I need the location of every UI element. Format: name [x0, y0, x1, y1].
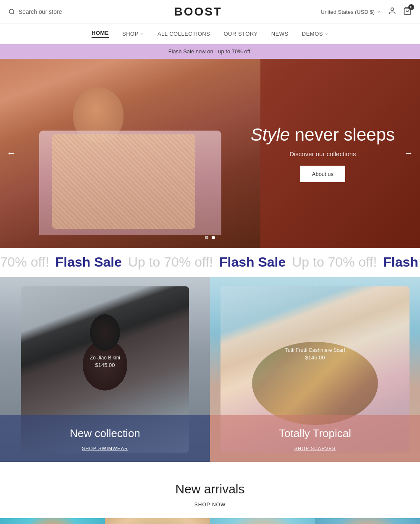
main-nav: HOME SHOP ALL COLLECTIONS OUR STORY NEWS…: [0, 24, 420, 44]
hero-title-italic: Style: [251, 125, 290, 144]
collection-title-swimwear: New collection: [8, 427, 202, 440]
collection-overlay-swimwear: New collection SHOP SWIMWEAR: [0, 415, 210, 462]
svg-point-2: [391, 8, 394, 11]
flash-scroll: 70% off! Flash Sale Up to 70% off! Flash…: [0, 254, 420, 270]
collection-overlay-tropical: Totally Tropical SHOP SCARVES: [210, 415, 420, 462]
flash-scroll-item: Flash Sa: [383, 254, 420, 270]
nav-item-demos[interactable]: DEMOS: [302, 31, 328, 37]
product-card-4[interactable]: Sold Out: [315, 518, 420, 524]
search-bar[interactable]: Search our store: [8, 8, 76, 15]
hero-title-rest: never sleeps: [290, 125, 395, 144]
hero-prev-arrow[interactable]: ←: [7, 148, 16, 159]
search-placeholder: Search our store: [18, 8, 62, 15]
new-arrivals-section: New arrivals SHOP NOW: [0, 462, 420, 518]
hero-dot-1[interactable]: [205, 236, 208, 239]
header: Search our store BOOST United States (US…: [0, 0, 420, 24]
hero-slider: Style never sleeps Discover our collecti…: [0, 59, 420, 248]
flash-scroll-item: 70% off!: [0, 254, 53, 270]
collections-grid: Zo-Jiao Bikini $145.00 New collection SH…: [0, 277, 420, 462]
chevron-shop-icon: [140, 32, 144, 36]
hero-dot-2[interactable]: [212, 236, 215, 239]
flash-sale-banner: Flash Sale now on - up to 70% off!: [0, 44, 420, 59]
nav-item-shop[interactable]: SHOP: [122, 31, 144, 37]
product-card-2[interactable]: [105, 518, 210, 524]
product-thumb-2: [105, 518, 210, 524]
nav-item-our-story[interactable]: OUR STORY: [223, 31, 257, 37]
country-label: United States (USD $): [320, 9, 375, 15]
cart-icon[interactable]: 0: [403, 7, 412, 17]
hero-cta-button[interactable]: About us: [300, 166, 345, 182]
nav-item-home[interactable]: HOME: [92, 30, 109, 38]
hero-title: Style never sleeps: [251, 124, 395, 145]
product-name-tropical: Tutti Frutti Cashmere Scarf: [285, 347, 345, 353]
product-price-tropical: $145.00: [285, 354, 345, 361]
account-icon[interactable]: [388, 7, 396, 17]
country-selector[interactable]: United States (USD $): [320, 9, 381, 15]
product-card-3[interactable]: [210, 518, 315, 524]
product-card-1[interactable]: On Sale: [0, 518, 105, 524]
flash-scroll-item: Up to 70% off!: [292, 254, 381, 270]
collection-card-tropical: Tutti Frutti Cashmere Scarf $145.00 Tota…: [210, 277, 420, 462]
hero-dots: [205, 236, 215, 239]
collection-card-swimwear: Zo-Jiao Bikini $145.00 New collection SH…: [0, 277, 210, 462]
flash-scroll-item: Up to 70% off!: [128, 254, 217, 270]
hero-subtitle: Discover our collections: [251, 150, 395, 157]
new-arrivals-title: New arrivals: [8, 482, 412, 496]
header-actions: United States (USD $) 0: [320, 7, 412, 17]
nav-item-all-collections[interactable]: ALL COLLECTIONS: [158, 31, 210, 37]
collection-link-swimwear[interactable]: SHOP SWIMWEAR: [82, 446, 128, 451]
product-name-swimwear: Zo-Jiao Bikini: [90, 355, 120, 361]
flash-scroll-item: Flash Sale: [55, 254, 126, 270]
product-thumb-1: On Sale: [0, 518, 105, 524]
flash-banner-text: Flash Sale now on - up to 70% off!: [168, 48, 252, 55]
product-thumb-4: Sold Out: [315, 518, 420, 524]
hero-content: Style never sleeps Discover our collecti…: [251, 124, 395, 182]
flash-scroll-item: Flash Sale: [219, 254, 289, 270]
cart-count: 0: [408, 4, 414, 10]
search-icon: [8, 8, 15, 15]
product-price-swimwear: $145.00: [90, 362, 120, 368]
flash-scroll-wrapper: 70% off! Flash Sale Up to 70% off! Flash…: [0, 248, 420, 277]
svg-line-1: [13, 13, 14, 14]
hero-next-arrow[interactable]: →: [404, 148, 413, 159]
logo[interactable]: BOOST: [174, 5, 222, 18]
nav-item-news[interactable]: NEWS: [271, 31, 289, 37]
collection-title-tropical: Totally Tropical: [218, 427, 412, 440]
new-arrivals-link[interactable]: SHOP NOW: [194, 502, 226, 508]
collection-link-tropical[interactable]: SHOP SCARVES: [294, 446, 336, 451]
chevron-down-icon: [376, 9, 381, 14]
product-row: On Sale Sold Out: [0, 518, 420, 524]
product-thumb-3: [210, 518, 315, 524]
svg-point-0: [9, 9, 14, 14]
chevron-demos-icon: [324, 32, 328, 36]
